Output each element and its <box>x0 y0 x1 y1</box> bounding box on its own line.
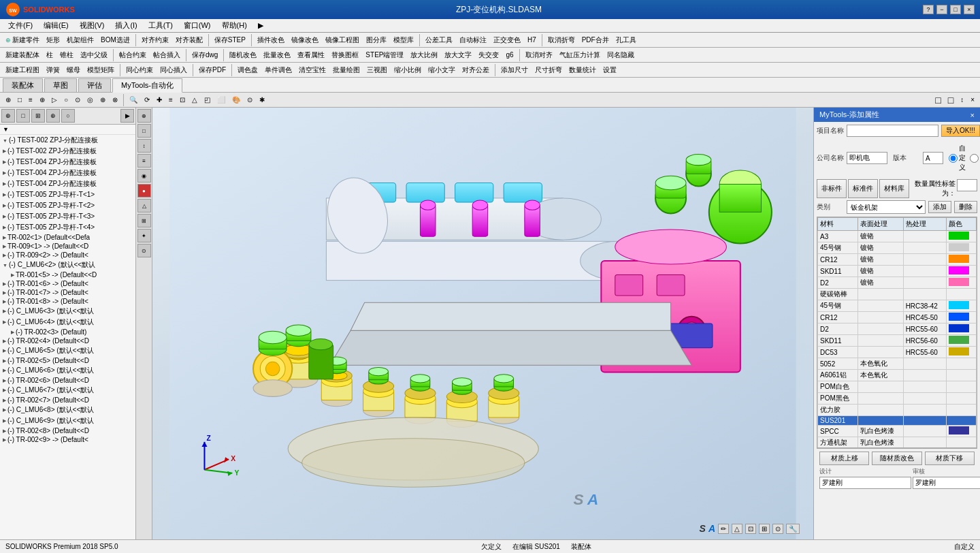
tree-expand-icon[interactable]: ▶ <box>3 159 6 165</box>
vt-btn-9[interactable]: ⊕ <box>97 95 108 105</box>
quantity-input[interactable] <box>957 179 977 191</box>
project-name-input[interactable] <box>847 125 938 137</box>
table-row[interactable]: 硬碳铬棒 <box>818 289 977 300</box>
delete-btn[interactable]: 删除 <box>954 201 977 213</box>
btn-single-color[interactable]: 单件调色 <box>262 64 295 76</box>
lsi-8[interactable]: ⊞ <box>137 214 151 227</box>
btn-tolerance-tool[interactable]: 公差工具 <box>423 34 455 46</box>
tree-expand-icon[interactable]: ▶ <box>3 319 6 325</box>
tree-expand-icon[interactable]: ▶ <box>3 398 6 403</box>
btn-new-asm[interactable]: 新建装配体 <box>3 49 42 61</box>
tree-expand-icon[interactable]: ▶ <box>3 428 6 434</box>
table-row[interactable]: 5052本色氧化 <box>818 358 977 370</box>
tab-assembly[interactable]: 装配体 <box>3 78 43 92</box>
vp-btn-4[interactable]: ⊞ <box>759 524 770 534</box>
3d-viewport[interactable]: 10α <box>152 108 813 539</box>
tree-expand-icon[interactable]: ▶ <box>3 192 6 198</box>
tree-item[interactable]: ▶(-) TR-002<6> (Default<<D <box>0 376 135 385</box>
mat-table-container[interactable]: 材料 表面处理 热处理 颜色 A3镀铬45号钢镀铬CR12镀铬SKD11镀铬D2… <box>817 217 977 448</box>
mat-down-btn[interactable]: 材质下移 <box>925 452 975 465</box>
tree-item[interactable]: ▶TR-002<1> (Default<<Defa <box>0 233 135 242</box>
table-row[interactable]: POM白色 <box>818 381 977 393</box>
vt-btn-16[interactable]: △ <box>189 95 200 105</box>
table-row[interactable]: CR12镀铬 <box>818 254 977 266</box>
table-row[interactable]: SKD11HRC56-60 <box>818 335 977 347</box>
vt-btn-7[interactable]: ⊙ <box>72 95 83 105</box>
btn-mirror-drawing[interactable]: 镜像工程图 <box>323 34 362 46</box>
tree-expand-icon[interactable]: ▶ <box>11 272 14 278</box>
vt-btn-8[interactable]: ◎ <box>84 95 96 105</box>
tree-item[interactable]: ▶(-) TR-002<5> (Default<<D <box>0 356 135 365</box>
vt-btn-19[interactable]: 🎨 <box>229 95 243 105</box>
table-row[interactable]: A6061铝本色氧化 <box>818 370 977 381</box>
right-panel-close-icon[interactable]: × <box>970 111 975 119</box>
btn-cylinder[interactable]: 柱 <box>44 49 56 61</box>
tree-item[interactable]: ▶(-) TEST-004 ZPJ-分配连接板 <box>0 157 135 168</box>
btn-step-mgr[interactable]: STEP端管理 <box>363 49 406 61</box>
vp-btn-1[interactable]: ✏ <box>718 524 729 534</box>
menu-edit[interactable]: 编辑(E) <box>38 19 74 32</box>
tree-container[interactable]: ▼(-) TEST-002 ZPJ-分配连接板▶(-) TEST-002 ZPJ… <box>0 135 135 539</box>
vt-close-4[interactable]: × <box>968 95 977 105</box>
tree-expand-icon[interactable]: ▶ <box>3 281 6 287</box>
radio-custom-input[interactable] <box>949 154 958 163</box>
tree-item[interactable]: ▶(-) C_LMU6<5> (默认<<默认 <box>0 345 135 356</box>
lsi-10[interactable]: ⊙ <box>137 244 151 257</box>
lp-icon-1[interactable]: ⊕ <box>1 109 15 123</box>
btn-coincide-insert[interactable]: 帖合插入 <box>150 49 183 61</box>
radio-custom[interactable]: 自定义 <box>949 144 966 172</box>
tree-expand-icon[interactable]: ▶ <box>3 358 6 364</box>
btn-view-props[interactable]: 查看属性 <box>295 49 327 61</box>
table-row[interactable]: 优力胶 <box>818 405 977 416</box>
table-row[interactable]: SPCC乳白色烤漆 <box>818 426 977 437</box>
btn-align-asm[interactable]: 对齐装配 <box>173 34 206 46</box>
btn-save-dwg[interactable]: 保存dwg <box>189 49 220 61</box>
btn-h7[interactable]: H7 <box>525 35 539 45</box>
btn-auto-dim[interactable]: 自动标注 <box>457 34 489 46</box>
table-row[interactable]: DC53HRC55-60 <box>818 347 977 358</box>
btn-batch-color[interactable]: 批量改色 <box>261 49 293 61</box>
vt-btn-2[interactable]: □ <box>15 95 24 105</box>
menu-tools[interactable]: 工具(T) <box>143 19 178 32</box>
vt-btn-5[interactable]: ▷ <box>49 95 60 105</box>
vt-btn-17[interactable]: ◰ <box>201 95 213 105</box>
follow-mat-btn[interactable]: 随材质改色 <box>872 452 921 465</box>
confirm-btn[interactable]: 导入OK!!! <box>941 125 980 137</box>
tree-expand-icon[interactable]: ▼ <box>3 263 7 268</box>
lp-icon-5[interactable]: ○ <box>61 109 75 123</box>
design-input[interactable] <box>819 477 911 489</box>
table-row[interactable]: D2镀铬 <box>818 277 977 289</box>
lsi-6[interactable]: ● <box>137 184 151 198</box>
vt-btn-15[interactable]: ⊡ <box>177 95 188 105</box>
tree-expand-icon[interactable]: ▶ <box>3 290 6 296</box>
tree-item[interactable]: ▶(-) TEST-005 ZPJ-导杆-T<1> <box>0 189 135 200</box>
lp-icon-4[interactable]: ⊕ <box>46 109 60 123</box>
btn-mirror-color[interactable]: 镜像改色 <box>289 34 321 46</box>
tree-item[interactable]: ▼(-) TEST-002 ZPJ-分配连接板 <box>0 135 135 146</box>
btn-concentric-constraint[interactable]: 同心约束 <box>123 64 156 76</box>
btn-plugin-color[interactable]: 插件改色 <box>255 34 287 46</box>
tree-expand-icon[interactable]: ▶ <box>3 407 6 413</box>
restore-button[interactable]: □ <box>950 5 961 14</box>
btn-g6[interactable]: g6 <box>503 50 516 60</box>
surface-input[interactable] <box>913 477 980 489</box>
tree-item[interactable]: ▶(-) C_LMU6<8> (默认<<默认 <box>0 405 135 415</box>
vp-btn-5[interactable]: ⊙ <box>772 524 783 534</box>
btn-add-dim[interactable]: 添加尺寸 <box>498 64 531 76</box>
radio-config[interactable]: 配置特定 <box>970 139 980 177</box>
menu-insert[interactable]: 插入(I) <box>110 19 142 32</box>
lp-icon-3[interactable]: ⊞ <box>31 109 45 123</box>
tree-item[interactable]: ▶(-) TR-002<7> (Default<<D <box>0 396 135 405</box>
tree-item[interactable]: ▶(-) C_LMU6<9> (默认<<默认 <box>0 415 135 426</box>
tree-expand-icon[interactable]: ▶ <box>3 309 6 314</box>
btn-diagram[interactable]: 图分库 <box>363 34 389 46</box>
tree-item[interactable]: ▶(-) C_LMU6<4> (默认<<默认 <box>0 317 135 328</box>
tree-expand-icon[interactable]: ▶ <box>3 244 6 249</box>
vt-btn-1[interactable]: ⊕ <box>3 95 14 105</box>
company-input[interactable] <box>847 152 887 164</box>
tree-item[interactable]: ▶(-) C_LMU6<3> (默认<<默认 <box>0 306 135 317</box>
close-button[interactable]: × <box>964 5 975 14</box>
tree-item[interactable]: ▶TR-001<5> -> (Default<<D <box>0 270 135 279</box>
tree-item[interactable]: ▶(-) TR-002<9> -> (Default< <box>0 435 135 444</box>
tree-item[interactable]: ▶(-) TEST-004 ZPJ-分配连接板 <box>0 178 135 189</box>
